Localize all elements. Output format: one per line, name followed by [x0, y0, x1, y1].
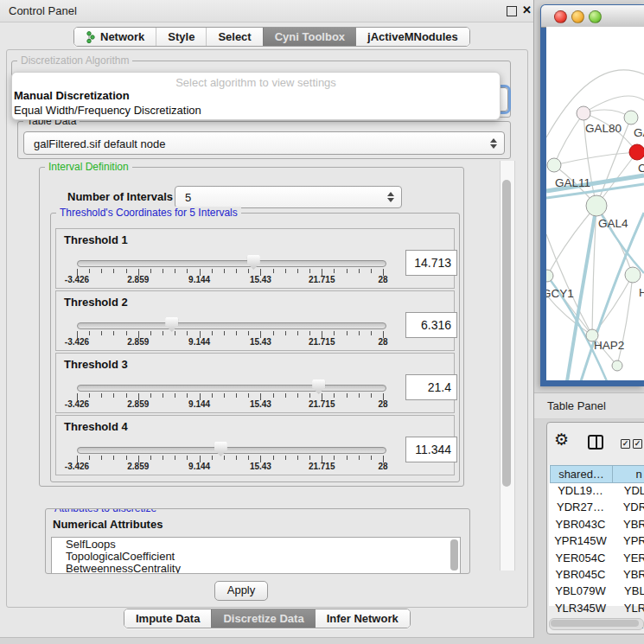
table-cell[interactable]: YBL079W [550, 583, 611, 599]
checkbox-icon[interactable]: ✓ [633, 439, 642, 449]
slider-thumb[interactable] [165, 317, 178, 332]
network-node[interactable] [547, 158, 561, 172]
network-node[interactable] [625, 267, 641, 283]
panel-scrollbar-track[interactable] [500, 161, 515, 571]
table-cell[interactable]: YBR043C [550, 516, 611, 532]
network-node[interactable] [546, 270, 553, 282]
tab-cyni-toolbox[interactable]: Cyni Toolbox [263, 28, 356, 46]
table-hscrollbar-thumb[interactable] [551, 620, 639, 627]
slider-track[interactable] [77, 447, 386, 454]
threshold-value-field[interactable]: 11.344 [405, 437, 457, 462]
algorithm-dropdown-popup: Select algorithm to view settings Manual… [11, 72, 501, 120]
attribute-list-item[interactable]: BetweennessCentrality [52, 562, 460, 574]
table-cell[interactable]: YBR045C [550, 566, 611, 583]
column-header[interactable]: n [612, 465, 644, 483]
table-cell[interactable]: YER054C [550, 550, 611, 566]
gear-icon[interactable]: ⚙ [554, 431, 569, 448]
minor-tick [101, 393, 102, 398]
threshold-value-field[interactable]: 6.316 [405, 312, 457, 338]
minor-tick [285, 393, 286, 398]
minimize-traffic-light-icon[interactable] [571, 10, 584, 23]
tick-label: 15.43 [250, 399, 271, 409]
popup-option-equal-width-frequency[interactable]: Equal Width/Frequency Discretization [14, 104, 201, 117]
minor-tick [309, 331, 310, 335]
close-traffic-light-icon[interactable] [554, 10, 567, 23]
control-panel-tabs: NetworkStyleSelectCyni ToolboxjActiveMNo… [73, 27, 470, 47]
column-header[interactable]: shared… [550, 465, 613, 483]
tab-select[interactable]: Select [206, 28, 262, 46]
minor-tick [297, 456, 298, 460]
attribute-list-item[interactable]: TopologicalCoefficient [52, 550, 460, 562]
minor-tick [236, 456, 237, 460]
attribute-list-item[interactable]: SelfLoops [52, 538, 460, 550]
tab-label: jActiveMNodules [367, 28, 458, 46]
table-cell[interactable]: YDR2 [612, 499, 644, 515]
table-cell[interactable]: YDR27… [550, 499, 611, 515]
network-node[interactable] [624, 111, 638, 124]
network-node[interactable] [586, 195, 607, 216]
checkbox-icon[interactable]: ✓ [621, 439, 630, 449]
minor-tick [101, 456, 102, 460]
table-cell[interactable]: YPR145W [550, 532, 611, 549]
minor-tick [89, 269, 90, 273]
tick-label: 28 [378, 337, 387, 347]
network-edge[interactable] [554, 152, 637, 165]
slider-track[interactable] [77, 322, 386, 329]
float-window-icon[interactable] [507, 6, 517, 16]
minor-tick [150, 393, 151, 398]
attributes-group: Attributes to discretize Numerical Attri… [45, 508, 470, 574]
table-cell[interactable]: YLR345W [550, 600, 611, 616]
popup-option-manual-discretization[interactable]: Manual Discretization [14, 89, 130, 102]
panel-scrollbar-thumb[interactable] [502, 180, 511, 487]
network-canvas[interactable]: GAL80GACGAL11GAL4GCY1HHAP2 [546, 27, 644, 380]
slider-track[interactable] [77, 260, 386, 267]
threshold-label: Threshold 4 [64, 420, 128, 433]
minor-tick [212, 393, 213, 398]
split-columns-icon[interactable] [588, 435, 603, 450]
tab-infer-network[interactable]: Infer Network [316, 609, 410, 628]
table-data-combobox[interactable]: galFiltered.sif default node [23, 131, 505, 155]
network-node[interactable] [612, 360, 622, 371]
number-of-intervals-combobox[interactable]: 5 [175, 186, 402, 208]
close-icon[interactable]: ✕ [522, 3, 532, 16]
network-edge[interactable] [554, 113, 583, 165]
network-node[interactable] [629, 144, 644, 160]
network-node[interactable] [577, 106, 590, 120]
tab-network[interactable]: Network [74, 28, 156, 46]
table-cell[interactable]: YBR0 [612, 516, 644, 532]
minor-tick [126, 331, 127, 335]
table-cell[interactable]: YDL19… [550, 482, 611, 499]
network-edge[interactable] [546, 295, 592, 335]
threshold-value-field[interactable]: 21.4 [405, 374, 457, 400]
minor-tick [334, 456, 335, 460]
table-cell[interactable]: YBR0 [612, 566, 644, 583]
zoom-traffic-light-icon[interactable] [589, 10, 602, 23]
minor-tick [359, 331, 360, 335]
tab-label: Network [100, 28, 144, 46]
tab-impute-data[interactable]: Impute Data [124, 609, 211, 628]
tab-discretize-data[interactable]: Discretize Data [211, 609, 315, 628]
minor-tick [285, 269, 286, 273]
threshold-value-field[interactable]: 14.713 [405, 250, 457, 276]
slider-track[interactable] [77, 385, 386, 392]
minor-tick [187, 331, 188, 335]
table-cell[interactable]: YLR3 [612, 600, 644, 616]
tick-label: 15.43 [250, 462, 271, 471]
table-cell[interactable]: YER0 [612, 550, 644, 566]
list-scrollbar[interactable] [450, 539, 458, 571]
table-cell[interactable]: YPR1 [612, 532, 644, 549]
minor-tick [371, 269, 372, 273]
slider-thumb[interactable] [312, 379, 325, 394]
tab-jactivemnodules[interactable]: jActiveMNodules [356, 28, 469, 46]
node-label: HAP2 [594, 339, 624, 352]
node-label: GCY1 [546, 287, 574, 300]
slider-thumb[interactable] [247, 255, 260, 270]
network-window-titlebar [541, 5, 644, 28]
apply-button[interactable]: Apply [214, 581, 268, 601]
table-hscrollbar-track[interactable] [549, 618, 644, 630]
table-cell[interactable]: YBL0 [612, 583, 644, 599]
minor-tick [334, 331, 335, 335]
table-cell[interactable]: YDL1 [612, 482, 644, 499]
slider-thumb[interactable] [214, 442, 227, 456]
tab-style[interactable]: Style [156, 28, 206, 46]
